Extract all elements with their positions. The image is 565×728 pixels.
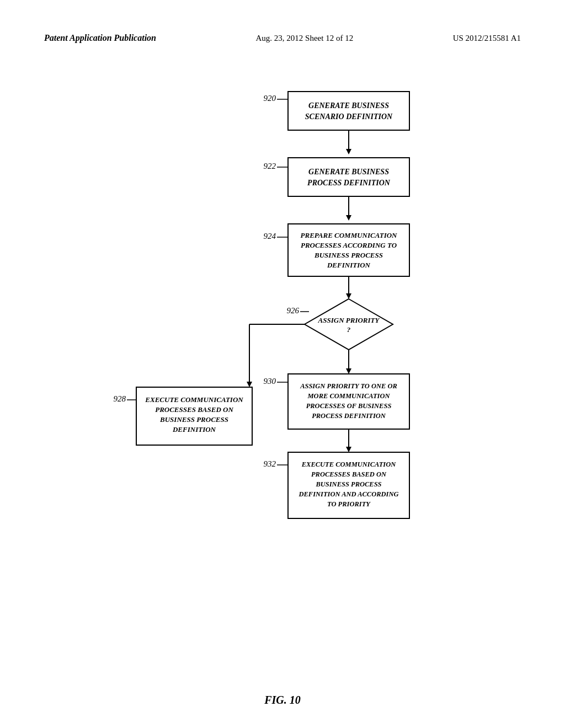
svg-marker-3 bbox=[346, 149, 351, 154]
flowchart-svg: 920 GENERATE BUSINESS SCENARIO DEFINITIO… bbox=[84, 76, 481, 672]
label-930: 930 bbox=[264, 377, 276, 386]
node-926-text-line2: ? bbox=[347, 325, 351, 334]
node-932-text-line4: DEFINITION AND ACCORDING bbox=[298, 490, 398, 498]
node-924-text-line4: DEFINITION bbox=[327, 261, 371, 269]
node-932-text-line2: PROCESSES BASED ON bbox=[311, 470, 387, 478]
page-header: Patent Application Publication Aug. 23, … bbox=[44, 33, 521, 43]
svg-rect-1 bbox=[288, 92, 409, 130]
figure-caption: FIG. 10 bbox=[44, 694, 521, 706]
node-920-text-line1: GENERATE BUSINESS bbox=[308, 101, 389, 110]
flowchart-diagram: 920 GENERATE BUSINESS SCENARIO DEFINITIO… bbox=[44, 76, 521, 672]
node-928-text-line3: BUSINESS PROCESS bbox=[159, 415, 228, 424]
node-932-text-line1: EXECUTE COMMUNICATION bbox=[301, 461, 396, 468]
node-924-text-line2: PROCESSES ACCORDING TO bbox=[301, 241, 397, 249]
publication-date-sheet: Aug. 23, 2012 Sheet 12 of 12 bbox=[255, 34, 353, 43]
node-928-text-line2: PROCESSES BASED ON bbox=[155, 405, 233, 414]
node-930-text-line1: ASSIGN PRIORITY TO ONE OR bbox=[300, 382, 397, 390]
svg-marker-18 bbox=[346, 368, 351, 374]
label-932: 932 bbox=[264, 459, 276, 468]
node-932-text-line3: BUSINESS PROCESS bbox=[315, 480, 381, 488]
label-920: 920 bbox=[264, 94, 276, 103]
svg-marker-24 bbox=[346, 447, 351, 452]
node-922-text-line2: PROCESS DEFINITION bbox=[307, 179, 391, 187]
node-920-text-line2: SCENARIO DEFINITION bbox=[305, 113, 393, 121]
node-928-text-line4: DEFINITION bbox=[172, 425, 216, 433]
node-930-text-line4: PROCESS DEFINITION bbox=[312, 412, 386, 420]
label-924: 924 bbox=[264, 232, 276, 240]
label-926: 926 bbox=[287, 306, 300, 315]
svg-marker-16 bbox=[247, 382, 252, 387]
node-930-text-line2: MORE COMMUNICATION bbox=[307, 392, 391, 400]
page: Patent Application Publication Aug. 23, … bbox=[0, 0, 565, 728]
node-924-text-line1: PREPARE COMMUNICATION bbox=[301, 231, 398, 239]
label-922: 922 bbox=[264, 162, 276, 170]
node-926-text-line1: ASSIGN PRIORITY bbox=[318, 316, 380, 324]
publication-number: US 2012/215581 A1 bbox=[453, 34, 521, 43]
node-928-text-line1: EXECUTE COMMUNICATION bbox=[145, 395, 243, 404]
node-924-text-line3: BUSINESS PROCESS bbox=[314, 251, 383, 259]
node-922-text-line1: GENERATE BUSINESS bbox=[308, 168, 389, 176]
node-930-text-line3: PROCESSES OF BUSINESS bbox=[306, 402, 392, 410]
svg-rect-5 bbox=[288, 158, 409, 196]
node-932-text-line5: TO PRIORITY bbox=[327, 500, 371, 508]
label-928: 928 bbox=[114, 394, 126, 403]
svg-marker-11 bbox=[346, 293, 351, 299]
svg-marker-13 bbox=[305, 299, 393, 350]
svg-marker-7 bbox=[346, 215, 351, 221]
publication-title: Patent Application Publication bbox=[44, 33, 156, 43]
